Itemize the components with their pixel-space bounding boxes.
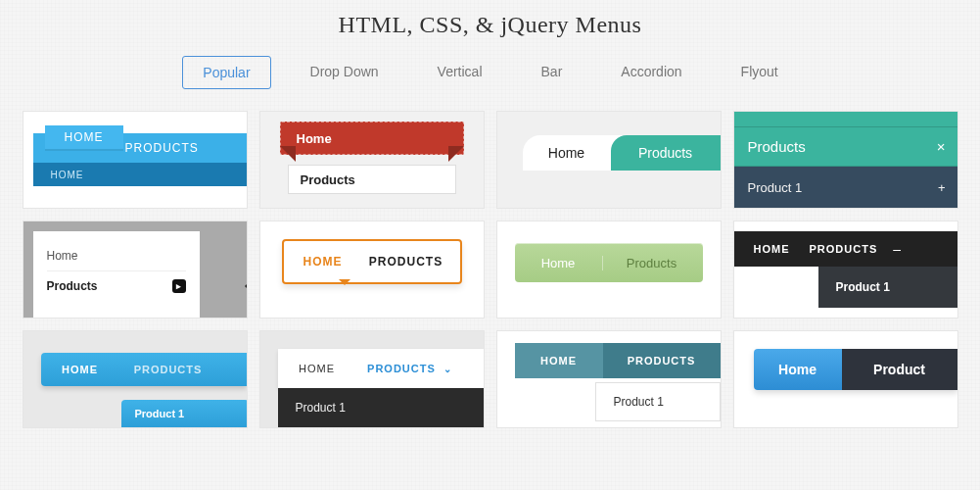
menu-products-label: PRODUCTS: [810, 243, 888, 255]
arrow-icon: [235, 276, 248, 296]
menu-top-sliver: [734, 112, 957, 127]
menu-card[interactable]: HOME PRODUCTS Product 1: [496, 330, 722, 428]
menu-card[interactable]: Home Products: [496, 220, 722, 318]
menu-products-label: Products: [611, 135, 721, 171]
menu-item-label: Product 1: [748, 180, 803, 195]
menu-products-label: PRODUCTS: [362, 255, 450, 269]
plus-icon: +: [938, 180, 946, 195]
menu-home-label: Home: [47, 241, 186, 271]
menu-grid: HOME PRODUCTS HOME Home Products Home Pr…: [0, 111, 980, 428]
caret-down-icon: [339, 279, 350, 291]
menu-shadow-label: HOME: [33, 163, 247, 186]
menu-home-label: Home: [523, 135, 611, 171]
menu-home-label: HOME: [41, 364, 119, 375]
menu-card[interactable]: HOME PRODUCTS Product 1: [23, 330, 248, 428]
menu-item-label: Product 1: [818, 267, 957, 308]
menu-home-label: HOME: [284, 255, 362, 269]
menu-item-label: Product 1: [121, 400, 248, 427]
menu-home-label: HOME: [278, 363, 356, 374]
menu-products-label: Products: [603, 256, 701, 270]
menu-card[interactable]: HOME PRODUCTS – Product 1: [733, 220, 958, 318]
page-title: HTML, CSS, & jQuery Menus: [0, 0, 980, 38]
menu-card[interactable]: Home Products: [496, 111, 722, 209]
menu-products-label: PRODUCTS: [367, 363, 436, 374]
menu-card[interactable]: Home Product: [733, 330, 958, 428]
menu-card[interactable]: Home Products: [259, 111, 485, 209]
menu-home-label: HOME: [45, 125, 123, 149]
minus-icon: –: [893, 241, 901, 257]
menu-products-label: Product: [842, 349, 957, 390]
menu-card[interactable]: HOME PRODUCTS HOME: [23, 111, 248, 209]
menu-home-label: HOME: [515, 343, 603, 378]
filter-tabs: Popular Drop Down Vertical Bar Accordion…: [0, 56, 980, 89]
tab-bar[interactable]: Bar: [522, 56, 583, 89]
chevron-right-icon: ▸: [172, 279, 186, 293]
menu-products-label: Products: [748, 138, 806, 155]
menu-home-label: Home: [280, 122, 464, 155]
menu-products-label: PRODUCTS: [119, 364, 217, 375]
menu-products-label: Products: [288, 165, 456, 194]
tab-dropdown[interactable]: Drop Down: [291, 56, 398, 89]
menu-home-label: HOME: [754, 243, 810, 255]
menu-item-label: Product 1: [278, 388, 484, 427]
menu-card[interactable]: HOME PRODUCTS ⌄ Product 1: [259, 330, 485, 428]
menu-item-label: Product 1: [595, 382, 721, 421]
tab-accordion[interactable]: Accordion: [601, 56, 701, 89]
close-icon: ×: [937, 138, 946, 155]
tab-vertical[interactable]: Vertical: [418, 56, 502, 89]
menu-home-label: Home: [754, 349, 842, 390]
tab-flyout[interactable]: Flyout: [722, 56, 798, 89]
menu-card[interactable]: HOME PRODUCTS: [259, 220, 485, 318]
menu-card[interactable]: Products × Product 1 +: [733, 111, 958, 209]
menu-products-label: Products: [47, 279, 98, 293]
chevron-down-icon: ⌄: [443, 364, 452, 374]
tab-popular[interactable]: Popular: [182, 56, 270, 89]
menu-card[interactable]: Home Products ▸: [23, 220, 248, 318]
menu-products-label: PRODUCTS: [603, 343, 721, 378]
menu-home-label: Home: [515, 256, 603, 270]
